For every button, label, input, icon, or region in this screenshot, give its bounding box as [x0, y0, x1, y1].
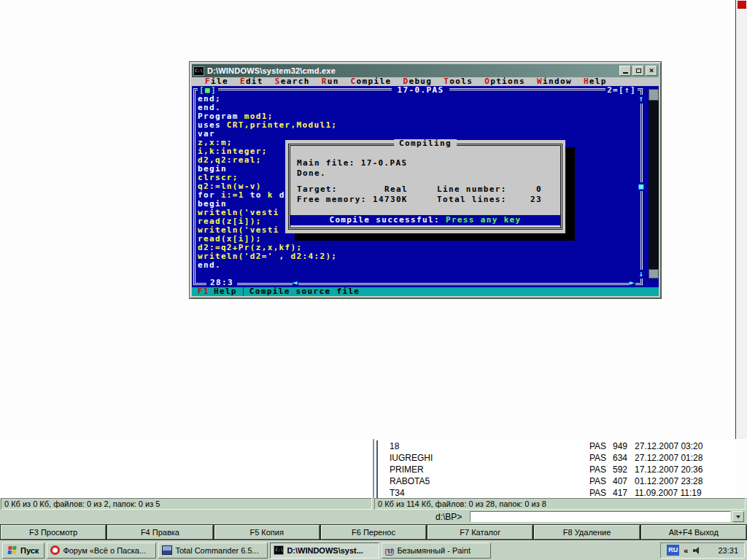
title-bar[interactable]: D:\WINDOWS\system32\cmd.exe [192, 64, 659, 77]
minimize-button[interactable] [619, 66, 631, 76]
tc-file-panels: 18 PAS 949 27.12.2007 03:20 IUGREGHI PAS… [0, 439, 736, 498]
right-panel-status: 0 Кб из 114 Кб, файлов: 0 из 28, папок: … [374, 498, 746, 510]
command-history-dropdown[interactable] [732, 511, 744, 522]
dialog-target-value: Real [384, 185, 408, 194]
file-icon-wrap [374, 475, 390, 487]
function-button[interactable]: F5 Копия [214, 525, 320, 540]
language-indicator[interactable]: RU [667, 545, 679, 556]
function-button[interactable]: F3 Просмотр [1, 525, 106, 540]
tray-collapse-chevron[interactable]: « [684, 543, 688, 558]
file-icon [376, 464, 378, 475]
file-icon [376, 487, 378, 498]
function-button[interactable]: F4 Правка [107, 525, 212, 540]
f1-hotkey[interactable]: F1 [198, 287, 209, 296]
press-any-key-text: Press any key [446, 216, 522, 225]
file-ext: PAS [589, 440, 611, 452]
status-hint: Compile source file [249, 287, 360, 296]
scrollbar-marker[interactable] [738, 1, 746, 9]
minimize-icon [623, 72, 628, 74]
menu-item[interactable]: Window [537, 77, 572, 86]
taskbar-task-button[interactable]: Безымянный - Paint [382, 542, 491, 559]
tc-right-panel: 18 PAS 949 27.12.2007 03:20 IUGREGHI PAS… [374, 440, 735, 498]
menu-item[interactable]: Run [322, 77, 339, 86]
file-name: 18 [390, 440, 589, 452]
file-ext: PAS [589, 452, 611, 464]
file-icon-wrap [374, 487, 390, 498]
taskbar: Пуск Форум «Всё о Паска... Total Command… [0, 540, 747, 560]
file-ext: PAS [589, 475, 611, 487]
console-scrollbar[interactable] [649, 89, 659, 279]
task-label: Форум «Всё о Паска... [63, 543, 146, 558]
menu-item[interactable]: Edit [240, 77, 263, 86]
task-label: Total Commander 6.5... [175, 543, 258, 558]
dialog-done: Done. [297, 169, 326, 178]
tray-clock[interactable]: 23:31 [718, 543, 738, 558]
vscroll-thumb[interactable]: ■ [637, 182, 646, 191]
file-size: 949 [611, 440, 627, 452]
compiling-dialog: Compiling Main file: 17-0.PAS Done. Targ… [285, 140, 565, 233]
file-date: 11.09.2007 11:19 [635, 487, 702, 498]
menu-item[interactable]: Search [275, 77, 310, 86]
task-label: D:\WINDOWS\syst... [287, 543, 363, 558]
file-ext: PAS [589, 464, 611, 475]
file-row[interactable]: IUGREGHI PAS 634 27.12.2007 01:28 [374, 452, 735, 464]
vscroll-up-icon[interactable]: ↑ [637, 95, 646, 104]
taskbar-task-button[interactable]: D:\WINDOWS\syst... [270, 542, 379, 559]
task-app-icon [162, 545, 172, 555]
function-button[interactable]: F6 Перенос [321, 525, 426, 540]
dialog-line-label: Line number: [437, 185, 507, 194]
file-name: PRIMER [390, 464, 589, 475]
menu-item[interactable]: Tools [444, 77, 473, 86]
function-button[interactable]: Alt+F4 Выход [641, 525, 746, 540]
taskbar-task-button[interactable]: Форум «Всё о Паска... [47, 542, 156, 559]
task-list: Форум «Всё о Паска... Total Commander 6.… [44, 542, 491, 559]
editor-zoom-badge[interactable]: 2=[↑] [605, 86, 638, 95]
task-app-icon [50, 545, 60, 555]
file-row[interactable]: 18 PAS 949 27.12.2007 03:20 [374, 440, 735, 452]
hscroll-right-icon[interactable]: ► [630, 279, 635, 287]
task-app-icon [274, 545, 284, 555]
windows-flag-icon [7, 546, 18, 555]
menu-item[interactable]: Help [584, 77, 607, 86]
file-date: 27.12.2007 03:20 [635, 440, 703, 452]
command-input[interactable] [470, 511, 731, 522]
function-button[interactable]: F7 Каталог [427, 525, 533, 540]
console-scroll-down[interactable] [649, 269, 659, 279]
close-button[interactable] [646, 66, 657, 76]
menu-item[interactable]: Options [484, 77, 525, 86]
volume-icon[interactable] [692, 546, 702, 555]
turbo-pascal-screen: File Edit Search Run Compile Debug Tools… [192, 77, 659, 296]
file-date: 01.12.2007 23:28 [635, 475, 703, 487]
dialog-target-label: Target: [297, 185, 338, 194]
cmd-window: D:\WINDOWS\system32\cmd.exe File Edit Se… [189, 61, 662, 299]
file-row[interactable]: PRIMER PAS 592 17.12.2007 20:36 [374, 464, 735, 475]
dialog-total-label: Total lines: [437, 195, 507, 204]
file-size: 407 [611, 475, 627, 487]
dialog-memory-label: Free memory: [297, 195, 367, 204]
taskbar-task-button[interactable]: Total Commander 6.5... [158, 542, 268, 559]
dialog-line-value: 0 [504, 185, 542, 194]
tc-command-line: d:\BP> [0, 510, 747, 524]
function-button[interactable]: F8 Удаление [534, 525, 639, 540]
file-row[interactable]: RABOTA5 PAS 407 01.12.2007 23:28 [374, 475, 735, 487]
task-app-icon [385, 549, 394, 556]
tc-function-buttons: F3 Просмотр F4 Правка F5 Копия F6 Перено… [0, 524, 747, 540]
dialog-main-file: Main file: 17-0.PAS [297, 159, 407, 168]
code-line: uses CRT,printer,Modul1; [198, 121, 337, 130]
vscroll-down-icon[interactable]: ↓ [637, 270, 646, 279]
file-icon [376, 475, 378, 487]
f1-hotkey-label[interactable]: Help [214, 287, 237, 296]
tp-status-bar: F1 Help Compile source file [192, 287, 659, 296]
console-scroll-thumb[interactable] [649, 89, 659, 101]
restore-button[interactable] [632, 66, 644, 76]
left-panel-status: 0 Кб из 0 Кб, файлов: 0 из 2, папок: 0 и… [1, 498, 372, 510]
menu-item[interactable]: Compile [351, 77, 392, 86]
restore-icon [636, 69, 641, 73]
dialog-memory-value: 14730K [373, 195, 408, 204]
start-button[interactable]: Пуск [2, 542, 44, 559]
background-scrollbar-track[interactable] [735, 0, 747, 439]
file-date: 17.12.2007 20:36 [635, 464, 703, 475]
file-row[interactable]: T34 PAS 417 11.09.2007 11:19 [374, 487, 735, 498]
cmd-icon[interactable] [193, 66, 204, 76]
dialog-status-bar: Compile successful: Press any key [290, 215, 560, 225]
